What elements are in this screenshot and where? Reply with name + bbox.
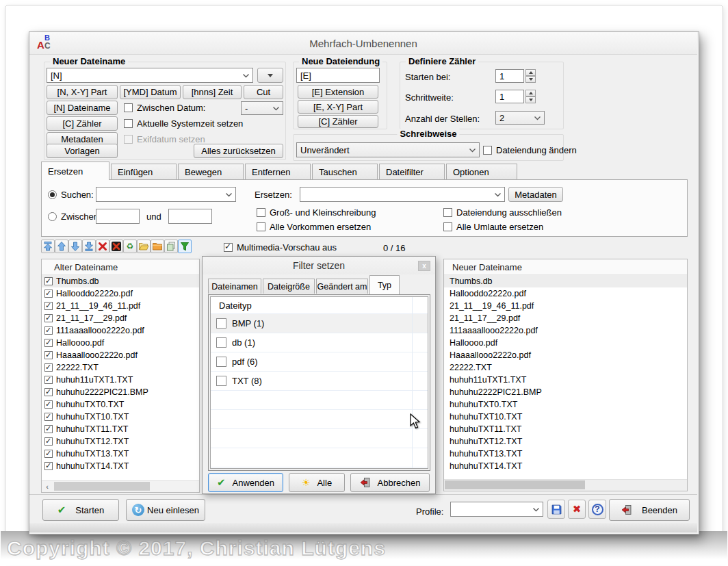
file-row-new[interactable]: huhuhuTXT14.TXT <box>444 460 687 472</box>
filetype-row[interactable]: BMP (1) <box>211 314 428 333</box>
old-file-list-header[interactable]: Alter Dateiname <box>42 259 199 275</box>
filetype-row[interactable]: db (1) <box>211 333 428 352</box>
pattern-dropdown-button[interactable] <box>257 68 283 83</box>
multimedia-preview-checkbox-row[interactable]: Multimedia-Vorschau aus <box>224 242 337 253</box>
systemtime-checkbox-row[interactable]: Aktuelle Systemzeit setzen <box>124 118 243 129</box>
counter-step-stepper[interactable] <box>525 90 536 103</box>
counter-button[interactable]: [C] Zähler <box>47 116 118 131</box>
filter-dialog-titlebar[interactable]: Filter setzen <box>203 257 435 274</box>
file-checkbox[interactable] <box>44 302 53 310</box>
case-sensitive-checkbox[interactable] <box>257 208 265 217</box>
tab-einfuegen[interactable]: Einfügen <box>111 164 177 179</box>
file-checkbox[interactable] <box>44 413 53 421</box>
file-checkbox[interactable] <box>44 314 53 322</box>
file-row-new[interactable]: 21_11__19_46_11.pdf <box>444 300 687 312</box>
file-checkbox[interactable] <box>44 290 53 298</box>
tab-entfernen[interactable]: Entfernen <box>245 164 311 179</box>
filetype-checkbox[interactable] <box>216 376 226 386</box>
counter-start-stepper[interactable] <box>525 69 536 83</box>
filter-tab-geaendert-am[interactable]: Geändert am <box>316 279 368 294</box>
reload-button[interactable]: ↻ Neu einlesen <box>126 499 205 521</box>
search-combobox[interactable] <box>96 187 236 202</box>
file-row-new[interactable]: huhuhuTXT0.TXT <box>444 398 687 411</box>
file-row-old[interactable]: 111aaaallooo2222o.pdf <box>42 324 199 337</box>
filetype-checkbox[interactable] <box>216 357 226 367</box>
filter-tab-dateigroesse[interactable]: Dateigröße <box>263 279 315 294</box>
file-row-new[interactable]: Hallooddo2222o.pdf <box>444 287 687 300</box>
name-part-button[interactable]: [N, X-Y] Part <box>47 85 118 99</box>
file-row-old[interactable]: Haaaallooo2222o.pdf <box>42 349 199 361</box>
tab-bewegen[interactable]: Bewegen <box>178 164 244 179</box>
file-row-new[interactable]: huhuhu2222PIC21.BMP <box>444 386 687 398</box>
old-list-hscrollbar[interactable]: ‹ <box>42 480 199 492</box>
file-checkbox[interactable] <box>44 400 53 409</box>
tab-optionen[interactable]: Optionen <box>446 164 517 179</box>
file-row-new[interactable]: Halloooo.pdf <box>444 337 687 349</box>
file-row-old[interactable]: Hallooddo2222o.pdf <box>42 287 199 300</box>
tab-ersetzen[interactable]: Ersetzen <box>41 162 109 180</box>
file-row-old[interactable]: huhuhuTXT0.TXT <box>42 398 199 411</box>
change-extension-checkbox-row[interactable]: Dateiendung ändern <box>483 145 577 155</box>
file-checkbox[interactable] <box>44 425 53 433</box>
filter-tab-typ[interactable]: Typ <box>369 275 400 294</box>
umlaut-checkbox-row[interactable]: Alle Umlaute ersetzen <box>443 222 543 232</box>
move-top-button[interactable] <box>41 240 55 253</box>
delete-all-button[interactable] <box>109 240 123 253</box>
file-checkbox[interactable] <box>44 351 53 359</box>
filename-button[interactable]: [N] Dateiname <box>47 101 118 115</box>
filetype-row[interactable]: TXT (8) <box>211 372 428 391</box>
hscroll-thumb[interactable] <box>54 482 150 491</box>
save-profile-button[interactable] <box>547 500 565 519</box>
new-file-list-header[interactable]: Neuer Dateiname <box>444 259 687 275</box>
stepper-up-icon[interactable] <box>525 90 536 97</box>
file-row-new[interactable]: 22222.TXT <box>444 361 687 374</box>
multimedia-preview-checkbox[interactable] <box>224 243 233 252</box>
between-from-input[interactable] <box>96 209 140 224</box>
filetype-checkbox[interactable] <box>216 337 226 348</box>
change-extension-checkbox[interactable] <box>483 146 492 155</box>
between-radio[interactable] <box>48 212 57 221</box>
case-sensitive-checkbox-row[interactable]: Groß- und Kleinschreibung <box>257 207 376 218</box>
file-row-new[interactable]: 21_11_17__29.pdf <box>444 312 687 324</box>
between-date-checkbox-row[interactable]: Zwischen Datum: <box>124 103 205 113</box>
stepper-down-icon[interactable] <box>525 97 536 103</box>
filter-tab-dateinamen[interactable]: Dateinamen <box>208 279 261 294</box>
tab-dateifilter[interactable]: Dateifilter <box>379 164 445 179</box>
copy-list-button[interactable] <box>164 240 178 253</box>
new-filename-pattern-combobox[interactable]: [N] <box>47 68 253 83</box>
profile-select[interactable] <box>450 502 543 517</box>
exclude-extension-checkbox[interactable] <box>443 208 452 217</box>
file-row-old[interactable]: Thumbs.db <box>42 275 199 287</box>
new-file-list[interactable]: Neuer Dateiname Thumbs.dbHallooddo2222o.… <box>443 259 688 491</box>
extension-counter-button[interactable]: [C] Zähler <box>298 115 378 128</box>
select-all-button[interactable]: ☀ Alle <box>289 473 345 492</box>
between-radio-row[interactable]: Zwischen: <box>48 211 101 222</box>
stepper-down-icon[interactable] <box>525 76 536 83</box>
move-down-button[interactable] <box>68 240 82 253</box>
extension-part-button[interactable]: [E, X-Y] Part <box>298 100 378 114</box>
move-bottom-button[interactable] <box>82 240 96 253</box>
filetype-column-header[interactable]: Dateityp <box>211 297 428 314</box>
filetype-list[interactable]: Dateityp BMP (1)db (1)pdf (6)TXT (8) <box>210 296 428 469</box>
search-radio[interactable] <box>48 190 57 199</box>
file-row-new[interactable]: Haaaallooo2222o.pdf <box>444 349 687 361</box>
scroll-left-arrow-icon[interactable]: ‹ <box>42 481 53 491</box>
between-date-separator-select[interactable]: - <box>241 101 283 115</box>
add-folder-button[interactable] <box>151 240 164 253</box>
date-button[interactable]: [YMD] Datum <box>120 85 181 99</box>
new-list-hscrollbar[interactable] <box>444 479 687 491</box>
file-row-new[interactable]: huhuhuTXT12.TXT <box>444 435 687 448</box>
counter-step-input[interactable]: 1 <box>495 90 524 103</box>
stepper-up-icon[interactable] <box>525 69 536 76</box>
help-button[interactable]: ? <box>588 500 606 519</box>
replace-combobox[interactable] <box>300 187 505 202</box>
file-checkbox[interactable] <box>44 339 53 347</box>
file-row-old[interactable]: huhuhu2222PIC21.BMP <box>42 386 199 398</box>
file-checkbox[interactable] <box>44 363 53 372</box>
file-row-old[interactable]: huhuhuTXT11.TXT <box>42 423 199 435</box>
replace-metadata-button[interactable]: Metadaten <box>508 187 563 202</box>
delete-entry-button[interactable] <box>96 240 109 253</box>
file-checkbox[interactable] <box>44 376 53 384</box>
new-extension-input[interactable]: [E] <box>296 68 380 83</box>
file-checkbox[interactable] <box>44 437 53 446</box>
